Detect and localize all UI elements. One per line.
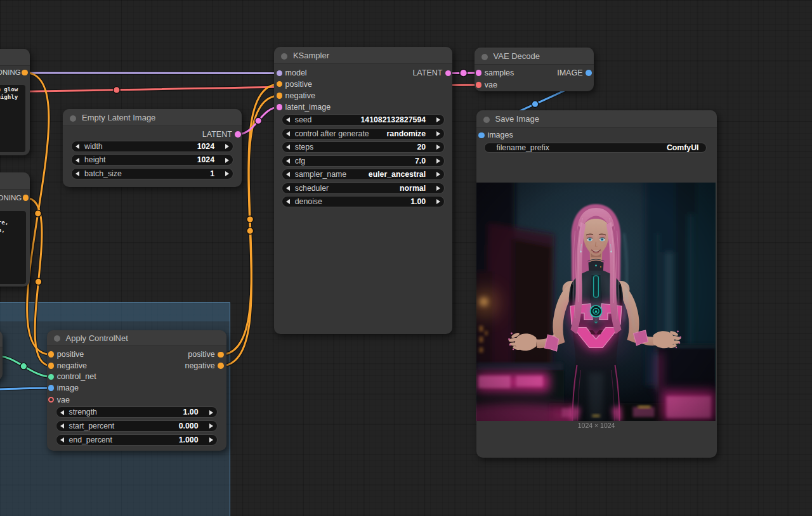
input-positive[interactable]: positive [277, 79, 353, 89]
input-vae-unconnected[interactable]: vae [48, 395, 124, 405]
decrement-arrow-icon[interactable] [75, 158, 79, 163]
controlnet-port-dot[interactable] [48, 374, 55, 380]
increment-arrow-icon[interactable] [436, 145, 440, 150]
widget-start-percent[interactable]: start_percent 0.000 [56, 420, 218, 432]
increment-arrow-icon[interactable] [225, 171, 229, 176]
decrement-arrow-icon[interactable] [75, 144, 79, 149]
widget-denoise[interactable]: denoise 1.00 [282, 196, 445, 207]
widget-cfg[interactable]: cfg 7.0 [282, 155, 445, 167]
increment-arrow-icon[interactable] [225, 144, 229, 149]
increment-arrow-icon[interactable] [225, 158, 229, 163]
node-collapse-dot[interactable] [54, 335, 60, 342]
generated-image-preview[interactable] [476, 183, 716, 421]
widget-control-after-generate[interactable]: control after generate randomize [282, 128, 445, 139]
widget-height[interactable]: height 1024 [71, 154, 233, 165]
node-empty-latent-image[interactable]: Empty Latent Image LATENT width 1024 hei… [63, 109, 242, 187]
input-vae[interactable]: vae [476, 80, 546, 90]
widget-scheduler[interactable]: scheduler normal [282, 183, 445, 194]
conditioning-port-dot[interactable] [48, 363, 55, 369]
image-port-dot[interactable] [48, 385, 55, 391]
input-control-net[interactable]: control_net [48, 371, 124, 382]
increment-arrow-icon[interactable] [209, 410, 213, 415]
input-positive[interactable]: positive [48, 349, 124, 359]
node-titlebar[interactable] [0, 49, 30, 66]
increment-arrow-icon[interactable] [209, 437, 213, 442]
node-collapse-dot[interactable] [70, 115, 76, 122]
increment-arrow-icon[interactable] [436, 158, 440, 164]
latent-port-dot[interactable] [235, 131, 241, 138]
node-titlebar[interactable] [0, 172, 30, 190]
widget-strength[interactable]: strength 1.00 [56, 406, 218, 418]
decrement-arrow-icon[interactable] [286, 145, 290, 150]
node-apply-controlnet[interactable]: Apply ControlNet positive negative contr… [47, 330, 226, 451]
decrement-arrow-icon[interactable] [75, 171, 79, 176]
decrement-arrow-icon[interactable] [286, 172, 290, 177]
decrement-arrow-icon[interactable] [60, 410, 64, 415]
decrement-arrow-icon[interactable] [286, 117, 290, 122]
input-images[interactable]: images [478, 130, 548, 140]
output-image[interactable]: IMAGE [522, 68, 592, 78]
prompt-text-widget[interactable]: n glow highly [0, 85, 25, 152]
link-dot[interactable] [532, 101, 539, 108]
node-clip-text-encode-1[interactable]: ONING n glow highly [0, 49, 30, 155]
widget-filename-prefix[interactable]: filename_prefix ComfyUI [484, 143, 707, 153]
node-collapse-dot[interactable] [483, 117, 490, 123]
latent-port-dot[interactable] [476, 70, 482, 76]
output-latent[interactable]: LATENT [114, 129, 241, 139]
input-negative[interactable]: negative [277, 91, 353, 101]
increment-arrow-icon[interactable] [436, 172, 440, 177]
widget-seed[interactable]: seed 141082132827594 [282, 114, 445, 126]
latent-port-dot[interactable] [277, 104, 283, 110]
increment-arrow-icon[interactable] [436, 117, 440, 122]
conditioning-port-dot[interactable] [277, 93, 283, 99]
link-dot[interactable] [20, 363, 27, 370]
link-dot[interactable] [35, 278, 42, 285]
decrement-arrow-icon[interactable] [286, 131, 290, 136]
output-negative[interactable]: negative [148, 361, 224, 371]
widget-steps[interactable]: steps 20 [282, 141, 445, 153]
decrement-arrow-icon[interactable] [60, 423, 64, 429]
widget-width[interactable]: width 1024 [71, 141, 233, 152]
vae-port-dot[interactable] [476, 82, 482, 88]
node-sliver[interactable] [0, 330, 3, 380]
node-clip-text-encode-2[interactable]: ONING re, n, [0, 172, 30, 287]
conditioning-port-dot[interactable] [218, 352, 224, 358]
output-conditioning[interactable]: ONING [0, 67, 28, 77]
node-save-image[interactable]: Save Image images filename_prefix ComfyU… [476, 110, 717, 458]
conditioning-port-dot[interactable] [22, 70, 28, 76]
input-negative[interactable]: negative [48, 361, 124, 371]
image-port-dot[interactable] [586, 70, 592, 76]
conditioning-port-dot[interactable] [277, 81, 283, 87]
output-conditioning[interactable]: ONING [0, 193, 29, 203]
link-dot[interactable] [255, 117, 262, 124]
decrement-arrow-icon[interactable] [286, 158, 290, 164]
increment-arrow-icon[interactable] [209, 423, 213, 429]
output-latent[interactable]: LATENT [375, 68, 451, 78]
link-dot[interactable] [35, 210, 42, 217]
input-image[interactable]: image [48, 383, 124, 393]
decrement-arrow-icon[interactable] [60, 437, 64, 442]
link-dot[interactable] [247, 228, 254, 235]
link-dot[interactable] [460, 69, 468, 77]
prompt-text-widget[interactable]: re, n, [0, 211, 26, 284]
node-vae-decode[interactable]: VAE Decode samples vae IMAGE [475, 48, 594, 91]
increment-arrow-icon[interactable] [436, 199, 440, 204]
vae-port-ring[interactable] [48, 397, 55, 403]
node-collapse-dot[interactable] [281, 53, 287, 60]
node-collapse-dot[interactable] [481, 54, 488, 60]
output-positive[interactable]: positive [148, 349, 224, 359]
image-port-dot[interactable] [478, 132, 485, 139]
latent-port-dot[interactable] [445, 70, 452, 77]
model-port-dot[interactable] [277, 70, 283, 77]
node-ksampler[interactable]: KSampler model positive negative latent_… [274, 47, 453, 335]
widget-batch-size[interactable]: batch_size 1 [71, 168, 233, 179]
widget-sampler-name[interactable]: sampler_name euler_ancestral [282, 169, 445, 180]
input-latent-image[interactable]: latent_image [277, 102, 353, 112]
decrement-arrow-icon[interactable] [286, 199, 290, 204]
conditioning-port-dot[interactable] [218, 363, 224, 369]
conditioning-port-dot[interactable] [23, 195, 29, 201]
increment-arrow-icon[interactable] [436, 186, 440, 191]
link-dot[interactable] [247, 216, 254, 223]
decrement-arrow-icon[interactable] [286, 186, 290, 191]
link-dot[interactable] [114, 87, 121, 94]
